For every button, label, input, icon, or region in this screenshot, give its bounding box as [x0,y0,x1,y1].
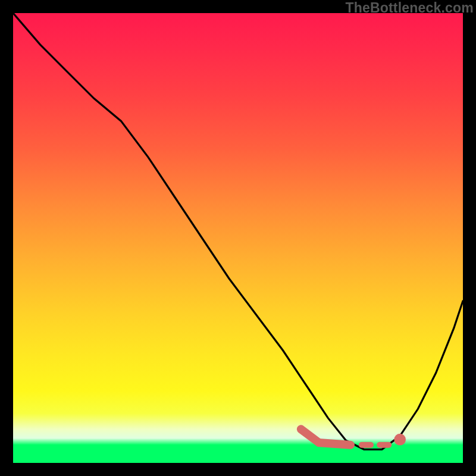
optimal-range-markers [301,429,406,445]
chart-frame [13,13,463,463]
marker-segment [319,443,350,445]
chart-overlay [13,13,463,463]
bottleneck-curve [13,13,463,449]
watermark-text: TheBottleneck.com [345,0,474,16]
marker-dot [394,434,406,446]
